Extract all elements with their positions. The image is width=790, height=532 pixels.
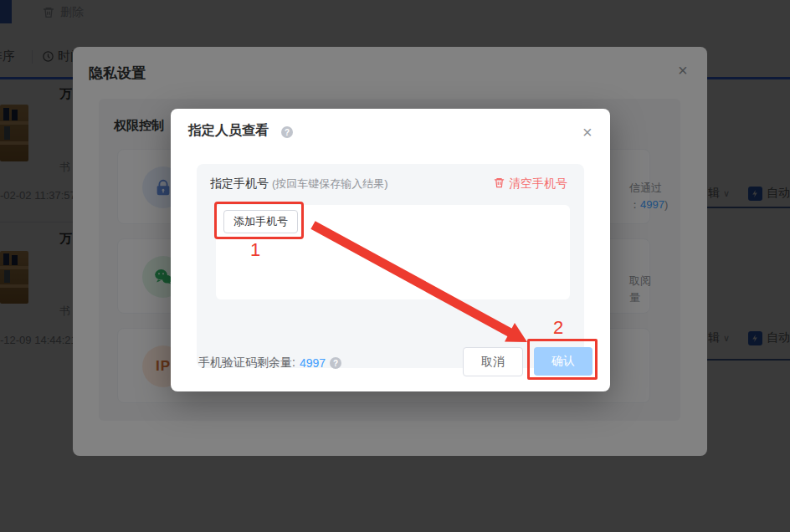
add-phone-button[interactable]: 添加手机号: [223, 210, 298, 233]
help-icon[interactable]: ?: [281, 126, 293, 138]
clear-phones-button[interactable]: 清空手机号: [493, 176, 567, 192]
phone-input-area[interactable]: 添加手机号: [216, 205, 570, 299]
field-hint: (按回车键保存输入结果): [272, 177, 388, 190]
help-icon[interactable]: ?: [330, 357, 341, 369]
trash-icon: [493, 176, 505, 192]
close-icon[interactable]: ×: [582, 124, 592, 141]
confirm-button[interactable]: 确认: [534, 347, 592, 376]
cancel-button[interactable]: 取消: [463, 347, 523, 376]
assign-viewers-dialog: 指定人员查看 ? × 指定手机号 (按回车键保存输入结果) 清空手机号 添加手机…: [171, 109, 610, 391]
dialog-title: 指定人员查看: [188, 122, 269, 140]
quota-info: 手机验证码剩余量: 4997 ?: [198, 356, 341, 371]
field-label: 指定手机号 (按回车键保存输入结果): [210, 176, 388, 192]
quota-value: 4997: [300, 356, 326, 370]
phone-field-box: 指定手机号 (按回车键保存输入结果) 清空手机号 添加手机号: [197, 164, 584, 368]
